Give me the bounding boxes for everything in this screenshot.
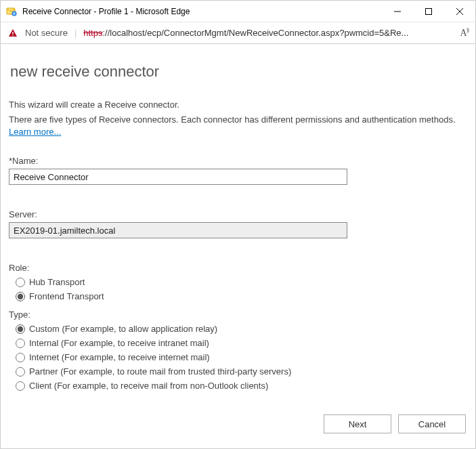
not-secure-icon <box>7 28 18 39</box>
svg-rect-3 <box>426 8 432 14</box>
type-option-custom[interactable]: Custom (For example, to allow applicatio… <box>16 324 467 334</box>
addressbar-separator: | <box>74 28 77 38</box>
type-radio-group: Custom (For example, to allow applicatio… <box>16 324 467 391</box>
type-radio-internal[interactable] <box>16 339 25 348</box>
app-icon <box>6 6 17 17</box>
role-radio-group: Hub Transport Frontend Transport <box>16 277 467 301</box>
type-radio-internet[interactable] <box>16 353 25 362</box>
close-button[interactable] <box>444 1 475 22</box>
window-controls <box>382 1 475 22</box>
role-option-frontend[interactable]: Frontend Transport <box>16 291 467 301</box>
type-option-partner[interactable]: Partner (For example, to route mail from… <box>16 366 467 377</box>
page-heading: new receive connector <box>10 63 467 81</box>
type-option-internal[interactable]: Internal (For example, to receive intran… <box>16 338 467 348</box>
learn-more-link[interactable]: Learn more... <box>9 127 61 137</box>
next-button[interactable]: Next <box>324 414 391 433</box>
name-input[interactable] <box>9 169 347 185</box>
intro-line1: This wizard will create a Receive connec… <box>9 100 467 110</box>
cancel-button[interactable]: Cancel <box>398 414 466 433</box>
window-title: Receive Connector - Profile 1 - Microsof… <box>22 7 382 16</box>
svg-rect-6 <box>12 32 13 35</box>
type-label: Type: <box>9 309 467 320</box>
address-bar: Not secure | https://localhost/ecp/Conne… <box>1 22 475 44</box>
name-field-block: *Name: <box>9 156 467 185</box>
type-radio-partner-label: Partner (For example, to route mail from… <box>29 366 291 377</box>
maximize-button[interactable] <box>413 1 444 22</box>
footer-buttons: Next Cancel <box>324 414 466 433</box>
url-path: ://localhost/ecp/ConnectorMgmt/NewReceiv… <box>102 28 408 38</box>
role-radio-hub-label: Hub Transport <box>29 277 85 287</box>
not-secure-label[interactable]: Not secure <box>25 28 68 38</box>
server-label: Server: <box>9 209 467 219</box>
type-radio-custom[interactable] <box>16 324 25 334</box>
role-radio-frontend[interactable] <box>16 292 25 301</box>
type-option-client[interactable]: Client (For example, to receive mail fro… <box>16 381 467 391</box>
intro-line2-text: There are five types of Receive connecto… <box>9 114 456 125</box>
role-radio-hub[interactable] <box>16 278 25 287</box>
type-radio-partner[interactable] <box>16 367 25 377</box>
url-scheme: https <box>83 28 102 38</box>
page-content: new receive connector This wizard will c… <box>1 44 475 449</box>
read-aloud-icon[interactable]: A)) <box>460 27 469 39</box>
window-titlebar: Receive Connector - Profile 1 - Microsof… <box>1 1 475 22</box>
type-radio-internal-label: Internal (For example, to receive intran… <box>29 338 209 348</box>
type-option-internet[interactable]: Internet (For example, to receive intern… <box>16 352 467 362</box>
role-option-hub[interactable]: Hub Transport <box>16 277 467 287</box>
url-display[interactable]: https://localhost/ecp/ConnectorMgmt/NewR… <box>83 28 453 38</box>
svg-rect-7 <box>12 35 13 36</box>
type-radio-client-label: Client (For example, to receive mail fro… <box>29 381 268 391</box>
type-radio-client[interactable] <box>16 381 25 391</box>
type-radio-custom-label: Custom (For example, to allow applicatio… <box>29 324 217 334</box>
type-radio-internet-label: Internet (For example, to receive intern… <box>29 352 210 362</box>
role-radio-frontend-label: Frontend Transport <box>29 291 104 301</box>
name-label: *Name: <box>9 156 467 166</box>
intro-line2: There are five types of Receive connecto… <box>9 114 467 138</box>
role-label: Role: <box>9 263 467 273</box>
minimize-button[interactable] <box>382 1 413 22</box>
server-input <box>9 222 347 238</box>
server-field-block: Server: <box>9 209 467 238</box>
